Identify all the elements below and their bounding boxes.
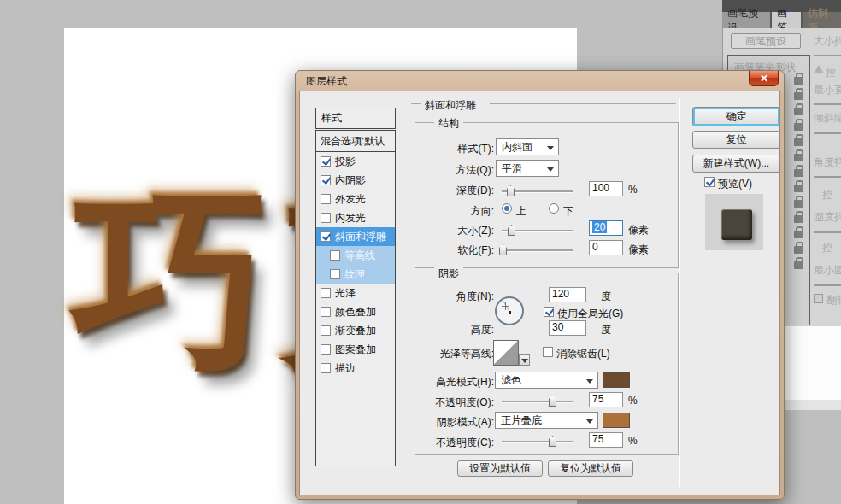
size-value[interactable]: 20 — [589, 220, 623, 236]
size-unit: 像素 — [628, 223, 649, 237]
shadow-opacity-value[interactable]: 75 — [589, 432, 623, 448]
checkbox-icon[interactable] — [330, 269, 340, 279]
brush-param-label: 最小圆 — [814, 263, 841, 278]
checkbox-icon[interactable] — [321, 344, 331, 355]
styles-header: 样式 — [315, 108, 396, 129]
new-style-button[interactable]: 新建样式(W)... — [692, 155, 780, 173]
style-item-label: 颜色叠加 — [335, 305, 376, 319]
crosshair-icon — [505, 302, 506, 310]
reset-default-button[interactable]: 复位为默认值 — [548, 460, 633, 477]
angle-value[interactable]: 120 — [549, 287, 586, 302]
preview-checkbox[interactable] — [704, 177, 715, 187]
warning-icon — [814, 65, 824, 73]
lock-icon — [794, 92, 803, 100]
shadow-color-swatch[interactable] — [603, 413, 630, 428]
style-item-texture[interactable]: 纹理 — [316, 265, 395, 284]
shadow-opacity-slider[interactable] — [502, 441, 573, 442]
anti-alias-checkbox[interactable] — [543, 347, 553, 357]
depth-slider[interactable] — [502, 190, 573, 192]
style-item-color-overlay[interactable]: 颜色叠加 — [316, 302, 395, 321]
lock-icon — [794, 215, 803, 223]
highlight-mode-dropdown[interactable]: 滤色 — [495, 372, 598, 389]
checkbox-icon[interactable] — [321, 363, 331, 373]
global-light-checkbox[interactable] — [544, 307, 554, 317]
param-slider[interactable] — [814, 176, 841, 178]
angle-dial[interactable] — [495, 296, 524, 325]
flip-checkbox[interactable] — [814, 294, 823, 303]
soften-label: 软化(F): — [353, 243, 494, 258]
param-slider[interactable] — [814, 132, 841, 134]
shadow-mode-label: 阴影模式(A): — [353, 415, 494, 430]
param-slider[interactable] — [814, 103, 841, 105]
panel-lower-area — [785, 326, 841, 400]
brush-param-label: 大小抖 — [814, 34, 841, 49]
brush-param-label: 控 — [822, 188, 832, 202]
lock-icon — [794, 261, 803, 269]
highlight-opacity-value[interactable]: 75 — [589, 392, 623, 407]
checkbox-checked-icon[interactable] — [321, 231, 331, 242]
global-light-label: 使用全局光(G) — [557, 307, 623, 321]
checkbox-checked-icon[interactable] — [321, 156, 331, 167]
layer-style-dialog: 图层样式 样式 混合选项:默认 投影 内阴影 外发光 — [295, 70, 785, 500]
ok-button[interactable]: 确定 — [692, 107, 780, 126]
style-dropdown[interactable]: 内斜面 — [496, 138, 559, 155]
technique-label: 方法(Q): — [353, 163, 494, 178]
technique-dropdown[interactable]: 平滑 — [496, 160, 559, 177]
tab-brush[interactable]: 画笔 — [772, 12, 801, 28]
highlight-opacity-unit: % — [628, 395, 638, 407]
checkbox-icon[interactable] — [321, 213, 331, 223]
checkbox-icon[interactable] — [321, 307, 331, 317]
checkbox-icon[interactable] — [321, 288, 331, 298]
brush-param-label: 倾斜缩 — [814, 111, 841, 126]
lock-icon — [794, 169, 803, 177]
brush-presets-button[interactable]: 画笔预设 — [731, 33, 801, 49]
preview-swatch — [721, 209, 752, 240]
lock-icon — [794, 123, 803, 131]
param-slider[interactable] — [814, 284, 841, 286]
checkbox-checked-icon[interactable] — [321, 175, 331, 185]
direction-up-label: 上 — [516, 204, 526, 219]
brush-param-label: 圆度抖 — [814, 210, 841, 225]
lock-icon — [794, 185, 803, 192]
soften-value[interactable]: 0 — [589, 240, 623, 255]
shadow-opacity-label: 不透明度(C): — [353, 436, 494, 450]
depth-value[interactable]: 100 — [589, 181, 623, 196]
size-slider[interactable] — [502, 230, 573, 231]
close-button[interactable] — [749, 71, 779, 86]
checkbox-icon[interactable] — [321, 194, 331, 204]
shadow-mode-dropdown[interactable]: 正片叠底 — [495, 412, 598, 429]
anti-alias-label: 消除锯齿(L) — [556, 347, 610, 361]
highlight-color-swatch[interactable] — [603, 372, 630, 388]
direction-up-radio[interactable] — [502, 203, 512, 214]
gloss-contour-label: 光泽等高线: — [353, 347, 494, 361]
checkbox-icon[interactable] — [321, 325, 331, 336]
angle-unit: 度 — [601, 290, 611, 304]
lock-icon — [794, 154, 803, 161]
param-slider[interactable] — [814, 55, 841, 56]
altitude-value[interactable]: 30 — [549, 320, 586, 336]
preview-label: 预览(V) — [718, 177, 752, 191]
shadow-opacity-unit: % — [628, 435, 638, 447]
altitude-unit: 度 — [601, 323, 611, 337]
lock-icon — [794, 108, 803, 115]
contour-picker-arrow[interactable] — [519, 354, 530, 366]
direction-down-label: 下 — [563, 204, 573, 219]
lock-icon — [794, 231, 803, 238]
tab-brush-presets[interactable]: 画笔预设 — [722, 12, 770, 28]
lock-icon — [794, 246, 803, 254]
brush-param-label: 最小直 — [814, 83, 841, 97]
brush-param-label: 控 — [826, 66, 836, 80]
checkbox-icon[interactable] — [330, 250, 340, 261]
set-default-button[interactable]: 设置为默认值 — [457, 460, 543, 477]
direction-down-radio[interactable] — [549, 203, 559, 214]
param-slider[interactable] — [814, 231, 841, 233]
reset-button[interactable]: 复位 — [692, 131, 780, 149]
highlight-mode-value: 滤色 — [501, 373, 521, 388]
lock-icon — [794, 138, 803, 146]
size-value-text: 20 — [592, 221, 607, 233]
chevron-down-icon — [586, 379, 593, 387]
tab-clone-source[interactable]: 仿制源 — [803, 12, 841, 28]
highlight-opacity-slider[interactable] — [502, 401, 573, 402]
soften-slider[interactable] — [502, 249, 573, 251]
gloss-contour-thumbnail[interactable] — [493, 340, 519, 366]
